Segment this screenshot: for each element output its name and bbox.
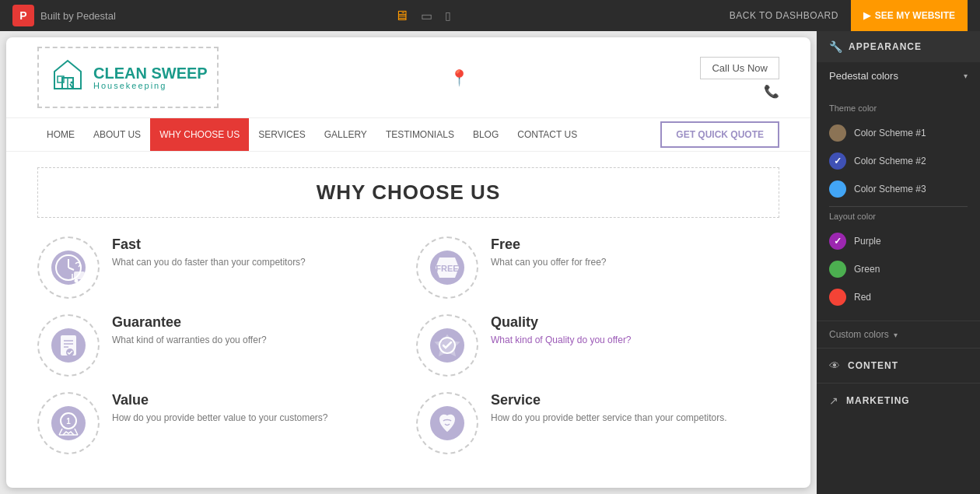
layout-color-label: Layout color [829,212,968,221]
logo-text-block: CLEAN SWEEP Housekeeping [93,65,208,90]
service-icon-box [416,392,478,454]
nav-gallery[interactable]: GALLERY [315,118,376,151]
fast-icon-box [37,236,100,299]
service-title: Service [491,392,726,408]
list-item: Service How do you provide better servic… [416,392,779,454]
list-item: Guarantee What kind of warranties do you… [37,314,401,377]
back-to-dashboard-button[interactable]: BACK TO DASHBOARD [730,10,838,21]
call-us-label: Call Us Now [712,62,768,74]
quality-title: Quality [491,314,632,331]
logo-main-text: CLEAN SWEEP [93,65,208,81]
color-scheme-2-option[interactable]: Color Scheme #2 [829,147,968,175]
site-logo: CLEAN SWEEP Housekeeping [37,47,219,108]
fast-description: What can you do faster than your competi… [112,256,306,269]
red-label: Red [854,292,871,303]
quality-feature-text: Quality What kind of Quality do you offe… [491,314,632,347]
value-icon-box: 1 [37,392,100,454]
color-scheme-1-option[interactable]: Color Scheme #1 [829,119,968,147]
phone-icon: 📞 [764,84,779,99]
nav-services[interactable]: SERVICES [249,118,314,151]
see-my-website-button[interactable]: ▶ SEE MY WEBSITE [851,0,968,31]
chart-icon: ↗ [829,394,838,407]
panel-body: Theme color Color Scheme #1 Color Scheme… [817,89,980,321]
content-label: CONTENT [848,360,898,371]
value-title: Value [112,392,327,408]
pedestal-colors-label: Pedestal colors [829,70,898,82]
eye-icon: 👁 [829,359,840,372]
nav-contact[interactable]: CONTACT US [508,118,586,151]
nav-blog[interactable]: BLOG [464,118,508,151]
pedestal-logo: P [12,5,34,26]
svg-rect-9 [74,272,85,279]
section-title-box: WHY CHOOSE US [37,167,779,218]
main-area: CLEAN SWEEP Housekeeping 📍 Call Us Now 📞… [0,31,980,494]
value-feature-text: Value How do you provide better value to… [112,392,327,425]
free-description: What can you offer for free? [491,256,607,269]
wrench-icon: 🔧 [829,40,842,53]
header-right: Call Us Now 📞 [700,57,779,99]
page-content: WHY CHOOSE US [6,152,810,478]
free-icon-box: FREE [416,236,478,299]
appearance-section-header[interactable]: 🔧 APPEARANCE [817,31,980,62]
green-color-option[interactable]: Green [829,255,968,283]
arrow-right-icon: ▶ [863,10,870,21]
free-title: Free [491,236,607,253]
red-color-option[interactable]: Red [829,283,968,311]
content-section-header[interactable]: 👁 CONTENT [817,348,980,383]
house-icon [48,54,87,100]
marketing-section-header[interactable]: ↗ MARKETING [817,383,980,418]
fast-title: Fast [112,236,306,253]
service-description: How do you provide better service than y… [491,412,726,425]
color-scheme-3-label: Color Scheme #3 [854,184,926,194]
purple-color-option[interactable]: Purple [829,227,968,255]
top-bar: P Built by Pedestal 🖥 ▭ ▯ BACK TO DASHBO… [0,0,980,31]
nav-testimonials[interactable]: TESTIMONIALS [376,118,464,151]
purple-swatch [829,233,846,250]
value-description: How do you provide better value to your … [112,412,327,425]
site-nav: HOME ABOUT US WHY CHOOSE US SERVICES GAL… [6,118,810,152]
list-item: Fast What can you do faster than your co… [37,236,401,299]
nav-links: HOME ABOUT US WHY CHOOSE US SERVICES GAL… [37,118,586,151]
nav-home[interactable]: HOME [37,118,84,151]
guarantee-description: What kind of warranties do you offer? [112,334,267,347]
service-feature-text: Service How do you provide better servic… [491,392,726,425]
color-scheme-2-label: Color Scheme #2 [854,156,926,166]
color-scheme-3-option[interactable]: Color Scheme #3 [829,175,968,203]
color-scheme-2-swatch [829,152,846,170]
top-bar-right: BACK TO DASHBOARD ▶ SEE MY WEBSITE [730,0,968,31]
section-title: WHY CHOOSE US [51,180,766,205]
color-scheme-1-label: Color Scheme #1 [854,128,926,138]
mobile-icon[interactable]: ▯ [445,9,451,22]
svg-point-4 [71,82,73,84]
svg-text:FREE: FREE [436,264,458,273]
appearance-label: APPEARANCE [849,41,922,52]
red-swatch [829,289,846,306]
list-item: Quality What kind of Quality do you offe… [416,314,779,377]
get-quote-button[interactable]: GET QUICK QUOTE [660,121,779,148]
svg-text:1: 1 [66,417,71,426]
list-item: 1 Value How do you provide better value … [37,392,401,454]
guarantee-icon-box [37,314,100,377]
desktop-icon[interactable]: 🖥 [394,8,408,24]
quality-icon-box [416,314,478,377]
custom-colors-label: Custom colors [829,329,889,340]
device-switcher: 🖥 ▭ ▯ [394,8,451,24]
logo-sub-text: Housekeeping [93,81,208,90]
top-bar-left: P Built by Pedestal [12,5,116,26]
divider [829,206,968,207]
svg-point-10 [75,279,79,283]
nav-why-choose[interactable]: WHY CHOOSE US [150,118,249,151]
custom-chevron-down-icon: ▾ [894,331,898,339]
theme-color-label: Theme color [829,103,968,113]
call-us-box: Call Us Now [700,57,779,79]
site-header: CLEAN SWEEP Housekeeping 📍 Call Us Now 📞 [6,37,810,118]
nav-about[interactable]: ABOUT US [84,118,150,151]
tablet-icon[interactable]: ▭ [421,9,432,23]
pedestal-colors-toggle[interactable]: Pedestal colors ▾ [817,62,980,89]
location-pin-icon: 📍 [450,68,469,87]
chevron-down-icon: ▾ [964,72,968,80]
logo-box: CLEAN SWEEP Housekeeping [37,47,219,108]
list-item: FREE Free What can you offer for free? [416,236,779,299]
marketing-label: MARKETING [846,395,910,406]
custom-colors-toggle[interactable]: Custom colors ▾ [817,321,980,348]
